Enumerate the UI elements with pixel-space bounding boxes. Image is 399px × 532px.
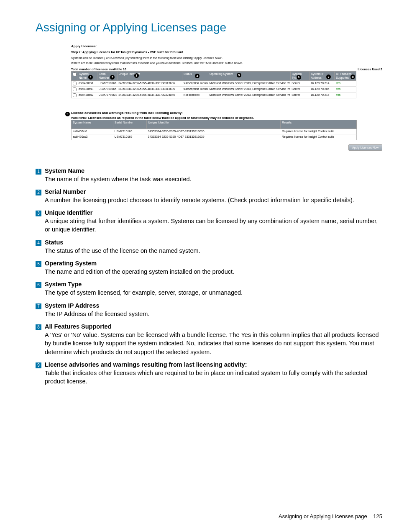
def-desc: A number the licensing product chooses t… (45, 196, 382, 204)
table-row[interactable]: asbl480cs3 USM7310165 34353334-3236-5355… (72, 87, 356, 93)
apply-licenses-now-button[interactable]: Apply Licenses Now (348, 144, 382, 151)
header-system-type[interactable]: System Type6 (290, 72, 309, 81)
header-operating-system[interactable]: Operating System5 (208, 72, 291, 81)
header-status[interactable]: Status4 (182, 72, 208, 81)
def-term: License advisories and warnings resultin… (45, 361, 382, 368)
adv-header-system-name[interactable]: System Name (72, 120, 113, 129)
table-row: asbl460cs3 USM7310165 34353334-3236-5355… (72, 134, 357, 140)
footer-page-number: 125 (373, 513, 382, 519)
def-term: System Type (45, 281, 382, 288)
def-desc: A 'Yes' or 'No' value. Systems can be li… (45, 331, 382, 356)
callout-badge-2: 2 (36, 190, 41, 195)
footer-text: Assigning or Applying Licenses page (279, 513, 367, 519)
def-term: Operating System (45, 260, 382, 267)
adv-header-results[interactable]: Results (281, 120, 357, 129)
header-system-name[interactable]: System Name1 (77, 72, 97, 81)
row-checkbox[interactable] (73, 87, 77, 91)
license-screenshot: Apply Licenses: Step 2: Applying License… (71, 44, 382, 151)
licenses-table: System Name1 Serial Number2 Unique Ident… (71, 71, 356, 98)
adv-header-uid[interactable]: Unique Identifier (147, 120, 281, 129)
page-title: Assigning or Applying Licenses page (36, 21, 382, 34)
header-unique-identifier[interactable]: Unique Identifier3 (117, 72, 182, 81)
def-term: System Name (45, 167, 382, 174)
table-row[interactable]: asbl480cs2 USM73792ME 34353334-3236-5355… (72, 93, 356, 98)
callout-badge-1: 1 (36, 169, 41, 175)
callout-badge-9: 9 (36, 362, 41, 368)
def-term: Unique Identifier (45, 209, 382, 216)
callout-badge-6: 6 (36, 282, 41, 288)
row-checkbox[interactable] (73, 82, 77, 85)
header-checkbox[interactable] (72, 72, 77, 81)
callout-badge-3: 3 (36, 211, 41, 216)
total-licenses-label: Total number of licenses available 16 (71, 67, 126, 71)
row-checkbox[interactable] (73, 93, 77, 97)
def-term: All Features Supported (45, 323, 382, 330)
header-system-ip[interactable]: System IP Address7 (309, 72, 335, 81)
def-term: System IP Address (45, 302, 382, 309)
instruction-text-1: Systems can be licensed ( or re-licensed… (71, 57, 382, 60)
def-desc: The name of the system where the task wa… (45, 175, 382, 183)
instruction-text-2: If there are more unlicensed systems tha… (71, 62, 382, 65)
def-term: Serial Number (45, 188, 382, 195)
callout-badge-4: 4 (36, 240, 41, 246)
callout-badge-5: 5 (36, 261, 41, 267)
definitions-list: 1 System Name The name of the system whe… (36, 167, 382, 390)
advisory-table: System Name Serial Number Unique Identif… (71, 120, 357, 140)
table-row: asbl460cs1 USM7310166 34353334-3236-5355… (72, 129, 357, 134)
adv-header-serial[interactable]: Serial Number (113, 120, 147, 129)
def-desc: The IP Address of the licensed system. (45, 310, 382, 318)
licenses-used-label: Licenses Used 2 (358, 67, 382, 71)
def-term: Status (45, 239, 382, 246)
callout-badge-8: 8 (36, 324, 41, 330)
def-desc: The name and edition of the operating sy… (45, 267, 382, 276)
callout-badge-7: 7 (36, 303, 41, 309)
def-desc: The type of system licensed, for example… (45, 288, 382, 297)
step-label: Step 2: Applying Licenses for HP Insight… (71, 50, 382, 54)
page-footer: Assigning or Applying Licenses page 125 (279, 513, 382, 519)
advisory-title: 9 License advisories and warnings result… (71, 111, 382, 115)
def-desc: The status of the use of the license on … (45, 247, 382, 255)
def-desc: Table that indicates other licenses whic… (45, 369, 382, 386)
table-row[interactable]: asbl480cs1 USM7310166 34353334-3236-5355… (72, 81, 356, 87)
advisory-warning: WARNING: Licenses indicated as required … (71, 116, 382, 120)
header-all-features[interactable]: All Features Supported8 (335, 72, 356, 81)
apply-licenses-label: Apply Licenses: (71, 44, 382, 49)
def-desc: A unique string that further identifies … (45, 217, 382, 234)
header-serial-number[interactable]: Serial Number2 (97, 72, 118, 81)
